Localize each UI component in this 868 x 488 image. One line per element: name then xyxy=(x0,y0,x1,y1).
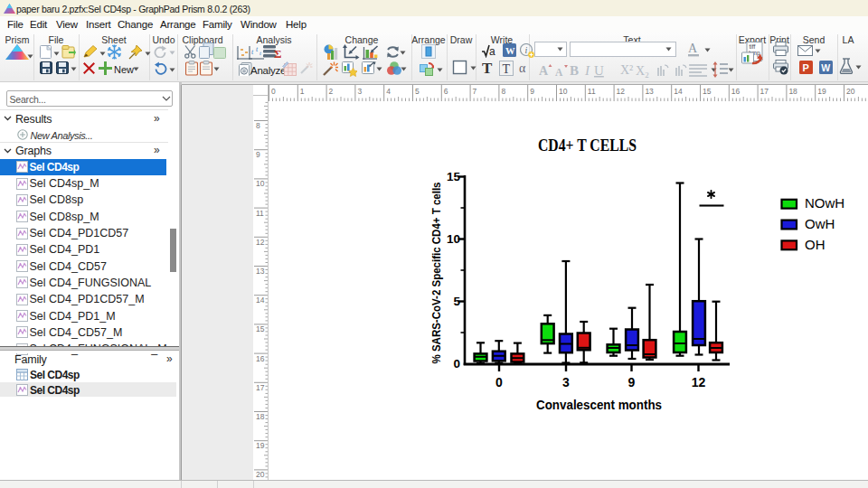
svg-text:A: A xyxy=(688,42,698,55)
svg-text:% SARS-CoV-2 Specific CD4+ T c: % SARS-CoV-2 Specific CD4+ T cells xyxy=(430,182,443,363)
svg-text:20: 20 xyxy=(256,470,265,479)
svg-text:8: 8 xyxy=(501,87,505,96)
svg-text:14: 14 xyxy=(256,296,265,305)
svg-text:20: 20 xyxy=(846,87,855,96)
svg-text:19: 19 xyxy=(256,441,265,450)
svg-text:19: 19 xyxy=(817,87,826,96)
svg-text:13: 13 xyxy=(256,267,265,276)
svg-text:12: 12 xyxy=(617,87,626,96)
svg-text:OwH: OwH xyxy=(805,216,835,231)
svg-text:9: 9 xyxy=(628,375,636,389)
svg-text:t: t xyxy=(259,50,262,57)
svg-text:Convalescent months: Convalescent months xyxy=(536,398,662,412)
svg-text:B: B xyxy=(570,63,579,78)
svg-text:10: 10 xyxy=(559,87,568,96)
svg-text:11: 11 xyxy=(256,209,264,218)
svg-text:0: 0 xyxy=(271,87,276,96)
svg-text:12: 12 xyxy=(692,375,706,389)
svg-text:i: i xyxy=(524,45,527,55)
svg-text:W: W xyxy=(505,46,515,56)
svg-text:T: T xyxy=(482,61,493,75)
svg-text:17: 17 xyxy=(256,383,265,392)
svg-text:a: a xyxy=(489,45,495,58)
svg-text:15: 15 xyxy=(447,170,461,183)
svg-text:2: 2 xyxy=(329,87,334,96)
svg-text:5: 5 xyxy=(415,87,420,96)
svg-text:9: 9 xyxy=(256,150,260,159)
svg-text:0: 0 xyxy=(495,375,503,389)
svg-text:7: 7 xyxy=(473,87,477,96)
svg-text:W: W xyxy=(821,62,830,73)
svg-text:t: t xyxy=(251,48,254,56)
svg-text:17: 17 xyxy=(760,87,769,96)
svg-text:X2: X2 xyxy=(636,64,649,78)
svg-text:1: 1 xyxy=(300,87,305,96)
svg-text:16: 16 xyxy=(731,87,741,96)
svg-text:U: U xyxy=(594,63,604,78)
svg-text:16: 16 xyxy=(256,354,265,363)
svg-text:12: 12 xyxy=(256,238,265,247)
svg-text:8: 8 xyxy=(256,121,260,130)
svg-text:NOwH: NOwH xyxy=(805,195,844,211)
svg-text:α: α xyxy=(519,61,526,75)
svg-text:14: 14 xyxy=(674,87,683,96)
svg-text:OH: OH xyxy=(805,237,826,252)
svg-text:11: 11 xyxy=(588,87,596,96)
svg-text:tiff: tiff xyxy=(750,43,756,50)
svg-text:4: 4 xyxy=(386,87,391,96)
svg-text:T: T xyxy=(503,62,511,76)
svg-text:CD4+ T CELLS: CD4+ T CELLS xyxy=(538,136,637,155)
svg-text:10: 10 xyxy=(447,232,460,246)
svg-text:t: t xyxy=(256,46,259,53)
svg-text:A: A xyxy=(539,64,549,78)
svg-text:5: 5 xyxy=(453,295,460,308)
svg-text:X²: X² xyxy=(620,63,633,77)
svg-text:I: I xyxy=(584,63,590,78)
svg-text:6: 6 xyxy=(444,87,448,96)
svg-text:18: 18 xyxy=(788,87,797,96)
svg-text:9: 9 xyxy=(530,87,534,96)
svg-text:Σ: Σ xyxy=(274,47,281,60)
svg-text:15: 15 xyxy=(256,324,265,333)
svg-text:0: 0 xyxy=(453,357,460,371)
svg-text:10: 10 xyxy=(256,179,265,188)
svg-text:13: 13 xyxy=(645,87,654,96)
svg-text:A: A xyxy=(555,67,563,78)
svg-text:15: 15 xyxy=(703,87,712,96)
svg-text:3: 3 xyxy=(357,87,362,96)
svg-text:P: P xyxy=(803,62,809,73)
svg-text:3: 3 xyxy=(562,375,570,389)
svg-text:18: 18 xyxy=(256,412,265,421)
